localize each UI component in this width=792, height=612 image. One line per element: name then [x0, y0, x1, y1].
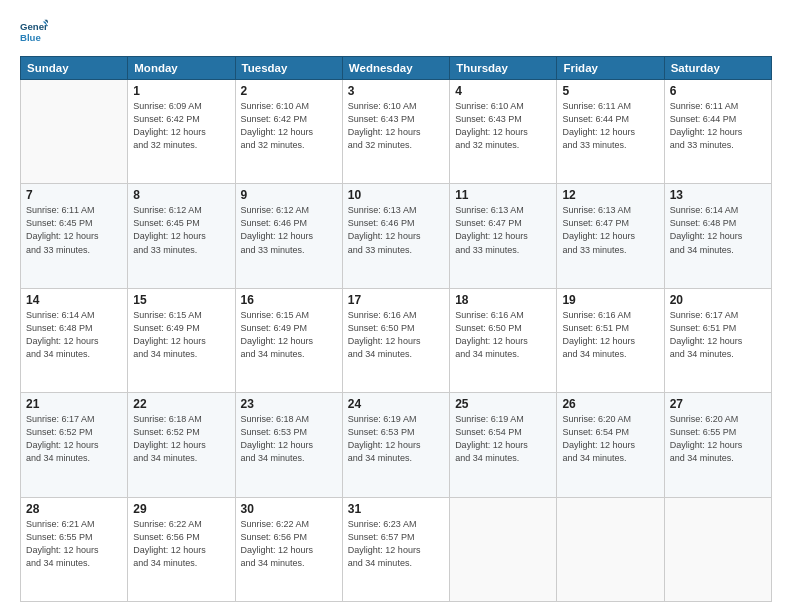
calendar-header-cell: Sunday [21, 57, 128, 80]
logo: General Blue [20, 18, 48, 46]
calendar-week-row: 21Sunrise: 6:17 AM Sunset: 6:52 PM Dayli… [21, 393, 772, 497]
calendar-cell: 11Sunrise: 6:13 AM Sunset: 6:47 PM Dayli… [450, 184, 557, 288]
day-info: Sunrise: 6:13 AM Sunset: 6:47 PM Dayligh… [455, 204, 551, 256]
day-number: 14 [26, 293, 122, 307]
calendar-cell: 1Sunrise: 6:09 AM Sunset: 6:42 PM Daylig… [128, 80, 235, 184]
day-info: Sunrise: 6:22 AM Sunset: 6:56 PM Dayligh… [241, 518, 337, 570]
logo-icon: General Blue [20, 18, 48, 46]
day-info: Sunrise: 6:14 AM Sunset: 6:48 PM Dayligh… [26, 309, 122, 361]
day-number: 9 [241, 188, 337, 202]
day-number: 20 [670, 293, 766, 307]
day-info: Sunrise: 6:10 AM Sunset: 6:42 PM Dayligh… [241, 100, 337, 152]
day-number: 15 [133, 293, 229, 307]
calendar-cell: 9Sunrise: 6:12 AM Sunset: 6:46 PM Daylig… [235, 184, 342, 288]
day-number: 2 [241, 84, 337, 98]
day-info: Sunrise: 6:17 AM Sunset: 6:52 PM Dayligh… [26, 413, 122, 465]
calendar-cell: 8Sunrise: 6:12 AM Sunset: 6:45 PM Daylig… [128, 184, 235, 288]
calendar-header-cell: Monday [128, 57, 235, 80]
day-info: Sunrise: 6:11 AM Sunset: 6:44 PM Dayligh… [670, 100, 766, 152]
calendar-cell: 14Sunrise: 6:14 AM Sunset: 6:48 PM Dayli… [21, 288, 128, 392]
day-info: Sunrise: 6:17 AM Sunset: 6:51 PM Dayligh… [670, 309, 766, 361]
calendar-cell: 23Sunrise: 6:18 AM Sunset: 6:53 PM Dayli… [235, 393, 342, 497]
day-number: 3 [348, 84, 444, 98]
svg-text:Blue: Blue [20, 32, 41, 43]
day-info: Sunrise: 6:21 AM Sunset: 6:55 PM Dayligh… [26, 518, 122, 570]
calendar-week-row: 7Sunrise: 6:11 AM Sunset: 6:45 PM Daylig… [21, 184, 772, 288]
day-info: Sunrise: 6:10 AM Sunset: 6:43 PM Dayligh… [455, 100, 551, 152]
calendar-cell: 7Sunrise: 6:11 AM Sunset: 6:45 PM Daylig… [21, 184, 128, 288]
calendar-header-cell: Friday [557, 57, 664, 80]
day-info: Sunrise: 6:14 AM Sunset: 6:48 PM Dayligh… [670, 204, 766, 256]
day-info: Sunrise: 6:18 AM Sunset: 6:52 PM Dayligh… [133, 413, 229, 465]
calendar-cell: 3Sunrise: 6:10 AM Sunset: 6:43 PM Daylig… [342, 80, 449, 184]
calendar-week-row: 1Sunrise: 6:09 AM Sunset: 6:42 PM Daylig… [21, 80, 772, 184]
day-number: 4 [455, 84, 551, 98]
day-number: 16 [241, 293, 337, 307]
calendar-week-row: 28Sunrise: 6:21 AM Sunset: 6:55 PM Dayli… [21, 497, 772, 601]
header: General Blue [20, 18, 772, 46]
calendar-cell: 16Sunrise: 6:15 AM Sunset: 6:49 PM Dayli… [235, 288, 342, 392]
day-info: Sunrise: 6:16 AM Sunset: 6:50 PM Dayligh… [455, 309, 551, 361]
calendar-cell: 18Sunrise: 6:16 AM Sunset: 6:50 PM Dayli… [450, 288, 557, 392]
calendar-cell: 21Sunrise: 6:17 AM Sunset: 6:52 PM Dayli… [21, 393, 128, 497]
day-number: 5 [562, 84, 658, 98]
day-info: Sunrise: 6:10 AM Sunset: 6:43 PM Dayligh… [348, 100, 444, 152]
calendar-cell [21, 80, 128, 184]
day-number: 23 [241, 397, 337, 411]
svg-text:General: General [20, 21, 48, 32]
day-number: 22 [133, 397, 229, 411]
day-number: 17 [348, 293, 444, 307]
calendar-cell: 29Sunrise: 6:22 AM Sunset: 6:56 PM Dayli… [128, 497, 235, 601]
day-info: Sunrise: 6:11 AM Sunset: 6:44 PM Dayligh… [562, 100, 658, 152]
calendar-header-cell: Saturday [664, 57, 771, 80]
calendar-cell: 20Sunrise: 6:17 AM Sunset: 6:51 PM Dayli… [664, 288, 771, 392]
day-number: 30 [241, 502, 337, 516]
calendar-cell: 17Sunrise: 6:16 AM Sunset: 6:50 PM Dayli… [342, 288, 449, 392]
day-number: 27 [670, 397, 766, 411]
calendar-cell: 25Sunrise: 6:19 AM Sunset: 6:54 PM Dayli… [450, 393, 557, 497]
calendar-cell: 2Sunrise: 6:10 AM Sunset: 6:42 PM Daylig… [235, 80, 342, 184]
day-info: Sunrise: 6:15 AM Sunset: 6:49 PM Dayligh… [133, 309, 229, 361]
calendar-cell [664, 497, 771, 601]
day-info: Sunrise: 6:20 AM Sunset: 6:54 PM Dayligh… [562, 413, 658, 465]
calendar-cell: 27Sunrise: 6:20 AM Sunset: 6:55 PM Dayli… [664, 393, 771, 497]
day-info: Sunrise: 6:16 AM Sunset: 6:50 PM Dayligh… [348, 309, 444, 361]
day-info: Sunrise: 6:11 AM Sunset: 6:45 PM Dayligh… [26, 204, 122, 256]
day-number: 10 [348, 188, 444, 202]
day-number: 7 [26, 188, 122, 202]
day-info: Sunrise: 6:18 AM Sunset: 6:53 PM Dayligh… [241, 413, 337, 465]
calendar-cell: 13Sunrise: 6:14 AM Sunset: 6:48 PM Dayli… [664, 184, 771, 288]
day-number: 19 [562, 293, 658, 307]
day-info: Sunrise: 6:15 AM Sunset: 6:49 PM Dayligh… [241, 309, 337, 361]
day-number: 6 [670, 84, 766, 98]
day-number: 11 [455, 188, 551, 202]
calendar-cell: 5Sunrise: 6:11 AM Sunset: 6:44 PM Daylig… [557, 80, 664, 184]
day-number: 18 [455, 293, 551, 307]
calendar-cell: 30Sunrise: 6:22 AM Sunset: 6:56 PM Dayli… [235, 497, 342, 601]
calendar-cell: 19Sunrise: 6:16 AM Sunset: 6:51 PM Dayli… [557, 288, 664, 392]
calendar-cell: 26Sunrise: 6:20 AM Sunset: 6:54 PM Dayli… [557, 393, 664, 497]
calendar-header-cell: Tuesday [235, 57, 342, 80]
calendar-cell: 28Sunrise: 6:21 AM Sunset: 6:55 PM Dayli… [21, 497, 128, 601]
calendar-cell [450, 497, 557, 601]
day-number: 24 [348, 397, 444, 411]
day-number: 31 [348, 502, 444, 516]
calendar-cell: 15Sunrise: 6:15 AM Sunset: 6:49 PM Dayli… [128, 288, 235, 392]
calendar-cell: 12Sunrise: 6:13 AM Sunset: 6:47 PM Dayli… [557, 184, 664, 288]
day-info: Sunrise: 6:19 AM Sunset: 6:53 PM Dayligh… [348, 413, 444, 465]
calendar-cell: 31Sunrise: 6:23 AM Sunset: 6:57 PM Dayli… [342, 497, 449, 601]
calendar-cell: 22Sunrise: 6:18 AM Sunset: 6:52 PM Dayli… [128, 393, 235, 497]
calendar-cell: 10Sunrise: 6:13 AM Sunset: 6:46 PM Dayli… [342, 184, 449, 288]
day-number: 13 [670, 188, 766, 202]
calendar-cell: 24Sunrise: 6:19 AM Sunset: 6:53 PM Dayli… [342, 393, 449, 497]
day-number: 8 [133, 188, 229, 202]
day-info: Sunrise: 6:12 AM Sunset: 6:46 PM Dayligh… [241, 204, 337, 256]
calendar-header-row: SundayMondayTuesdayWednesdayThursdayFrid… [21, 57, 772, 80]
day-info: Sunrise: 6:09 AM Sunset: 6:42 PM Dayligh… [133, 100, 229, 152]
day-info: Sunrise: 6:23 AM Sunset: 6:57 PM Dayligh… [348, 518, 444, 570]
calendar-header-cell: Wednesday [342, 57, 449, 80]
day-info: Sunrise: 6:20 AM Sunset: 6:55 PM Dayligh… [670, 413, 766, 465]
day-info: Sunrise: 6:13 AM Sunset: 6:46 PM Dayligh… [348, 204, 444, 256]
day-number: 29 [133, 502, 229, 516]
calendar-cell: 4Sunrise: 6:10 AM Sunset: 6:43 PM Daylig… [450, 80, 557, 184]
